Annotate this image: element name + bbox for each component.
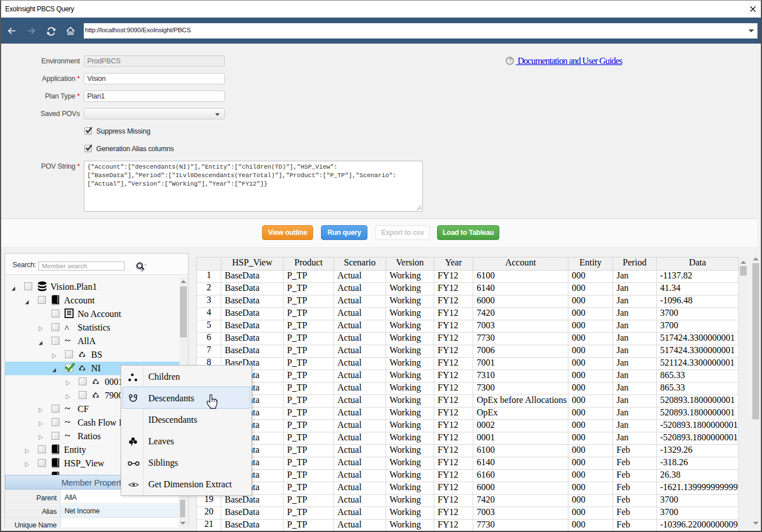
svg-text:?: ?	[508, 58, 512, 64]
